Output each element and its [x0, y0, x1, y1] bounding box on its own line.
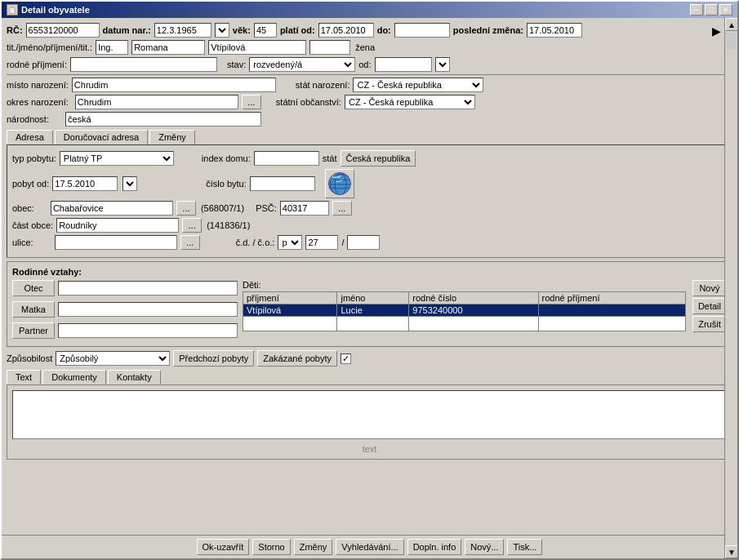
do-input[interactable] [394, 23, 450, 38]
tab-dorucovaci[interactable]: Doručovací adresa [55, 130, 148, 144]
minimize-button[interactable]: ─ [690, 4, 703, 16]
storno-button[interactable]: Storno [252, 539, 290, 555]
obec-row: obec: ... (568007/1) PSČ: ... [12, 201, 727, 216]
okres-browse-button[interactable]: ... [242, 95, 261, 109]
otec-input[interactable] [58, 281, 238, 296]
stav-select[interactable]: rozvedený/á [249, 57, 355, 72]
tab-kontakty[interactable]: Kontakty [108, 370, 161, 384]
tab-adresa[interactable]: Adresa [7, 130, 53, 144]
psc-browse-button[interactable]: ... [332, 201, 352, 216]
prijmeni-input[interactable] [208, 40, 306, 55]
vyhledavani-button[interactable]: Vyhledávání... [336, 539, 403, 555]
family-section: Rodinné vztahy: Otec Matka Partner [7, 261, 732, 347]
psc-input[interactable] [280, 201, 329, 216]
table-row-empty [243, 317, 686, 331]
do-label: do: [377, 25, 391, 35]
address-tab-bar: Adresa Doručovací adresa Změny [7, 130, 732, 144]
globe-button[interactable] [325, 169, 354, 198]
od-stav-input[interactable] [375, 57, 432, 72]
cd-input[interactable] [305, 235, 338, 250]
vek-input[interactable] [254, 23, 277, 38]
rodne-prijmeni-input[interactable] [70, 57, 217, 72]
rc-label: RČ: [7, 25, 23, 35]
stat-narozeni-label: stát narození: [296, 80, 350, 90]
table-row[interactable]: Vtípilová Lucie 9753240000 [243, 304, 686, 317]
matka-button[interactable]: Matka [12, 301, 55, 318]
pobyt-od-input[interactable] [52, 176, 118, 191]
co-input[interactable] [347, 235, 380, 250]
tisk-button[interactable]: Tisk... [507, 539, 542, 555]
ulice-input[interactable] [55, 235, 177, 250]
statni-obcanstvi-label: státní občanství: [276, 97, 341, 107]
pobyt-od-dropdown[interactable] [122, 176, 137, 191]
cislo-bytu-input[interactable] [250, 176, 315, 191]
text-textarea[interactable] [12, 390, 727, 439]
scroll-up-button[interactable]: ▲ [725, 18, 738, 31]
novy-button[interactable]: Nový [692, 280, 727, 296]
children-table-body: Vtípilová Lucie 9753240000 [243, 304, 686, 331]
tab-zmeny[interactable]: Změny [149, 130, 195, 144]
stat-addr-label: stát [323, 153, 337, 163]
tab-text[interactable]: Text [7, 370, 41, 384]
partner-input[interactable] [58, 323, 238, 338]
child-rodne-prijmeni [538, 304, 685, 317]
stat-addr-button[interactable]: Česká republika [341, 150, 416, 167]
cast-obce-input[interactable] [56, 218, 179, 233]
zmeny-button[interactable]: Změny [294, 539, 333, 555]
obec-browse-button[interactable]: ... [176, 201, 196, 216]
text-tab-bar: Text Dokumenty Kontakty [7, 370, 732, 384]
dopln-info-button[interactable]: Dopln. info [407, 539, 462, 555]
ok-uzavrit-button[interactable]: Ok-uzavřít [197, 539, 250, 555]
tit-before-input[interactable] [96, 40, 128, 55]
posledni-zmena-input[interactable] [527, 23, 582, 38]
nav-arrow[interactable]: ▶ [712, 24, 721, 38]
typ-pobytu-select[interactable]: Platný TP [60, 151, 174, 166]
otec-button[interactable]: Otec [12, 280, 55, 296]
novy-main-button[interactable]: Nový... [465, 539, 504, 555]
tab-dokumenty[interactable]: Dokumenty [42, 370, 106, 384]
tit-after-input[interactable] [309, 40, 350, 55]
pobyt-od-label: pobyt od: [12, 179, 49, 189]
datum-nar-input[interactable] [154, 23, 211, 38]
otec-row: Otec [12, 280, 238, 296]
typ-pobytu-label: typ pobytu: [12, 153, 56, 163]
partner-button[interactable]: Partner [12, 322, 55, 339]
scroll-thumb[interactable] [727, 33, 736, 49]
partner-row: Partner [12, 322, 238, 339]
matka-input[interactable] [58, 302, 238, 317]
datum-nar-dropdown[interactable] [215, 23, 229, 38]
obec-input[interactable] [51, 201, 173, 216]
rc-input[interactable] [26, 23, 100, 38]
stat-narozeni-select[interactable]: CZ - Česká republika [353, 78, 483, 92]
index-domu-input[interactable] [254, 151, 319, 166]
okres-label: okres narození: [7, 97, 69, 107]
deti-table-container: Děti: příjmení jméno rodné číslo rodné p… [243, 280, 686, 332]
address-panel: typ pobytu: Platný TP index domu: stát Č… [7, 144, 732, 258]
zpusobilost-select[interactable]: Způsobilý [56, 351, 170, 366]
close-button[interactable]: ✕ [719, 4, 732, 16]
cd-prefix-select[interactable]: p [278, 235, 302, 250]
okres-input[interactable] [75, 95, 238, 109]
statni-obcanstvi-select[interactable]: CZ - Česká republika [345, 95, 475, 109]
jmeno-input[interactable] [131, 40, 205, 55]
zrusit-button[interactable]: Zrušit [692, 316, 727, 332]
predchozi-pobyty-button[interactable]: Předchozí pobyty [173, 350, 254, 367]
detail-button[interactable]: Detail [692, 298, 727, 314]
ulice-label: ulice: [12, 238, 33, 247]
zakazane-checkbox[interactable]: ✓ [341, 353, 351, 364]
misto-row: místo narození: stát narození: CZ - Česk… [7, 78, 732, 92]
zakazane-pobyty-button[interactable]: Zakázané pobyty [257, 350, 337, 367]
ulice-browse-button[interactable]: ... [180, 235, 200, 250]
col-jmeno: jméno [337, 292, 409, 304]
misto-input[interactable] [72, 78, 276, 92]
plati-od-input[interactable] [318, 23, 374, 38]
scroll-down-button[interactable]: ▼ [725, 545, 738, 558]
scrollbar[interactable]: ▲ ▼ [724, 18, 737, 558]
maximize-button[interactable]: □ [705, 4, 718, 16]
narodnost-input[interactable] [65, 112, 261, 127]
od-dropdown[interactable] [435, 57, 450, 72]
child-rodne-cislo: 9753240000 [409, 304, 538, 317]
family-left: Otec Matka Partner [12, 280, 238, 341]
cast-browse-button[interactable]: ... [182, 218, 202, 233]
window-title: Detail obyvatele [21, 5, 90, 15]
